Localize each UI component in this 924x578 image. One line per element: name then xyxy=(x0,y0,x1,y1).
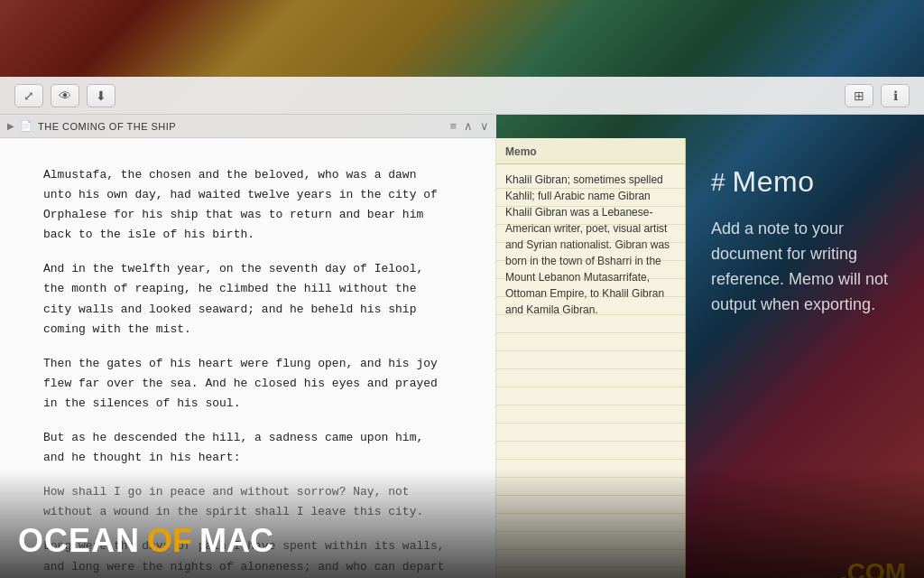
chevron-up-icon[interactable]: ∧ xyxy=(464,119,473,133)
info-button[interactable]: ℹ xyxy=(881,84,910,107)
chevron-right-icon: ▶ xyxy=(7,121,14,131)
memo-big-title: Memo xyxy=(733,165,815,199)
grid-view-button[interactable]: ⊞ xyxy=(845,84,873,107)
paragraph-1: Almustafa, the chosen and the beloved, w… xyxy=(43,165,452,245)
memo-title-section: # Memo xyxy=(711,165,899,199)
toolbar-left: ⤢ 👁 ⬇ xyxy=(14,84,116,107)
memo-content[interactable]: Khalil Gibran; sometimes spelled Kahlil;… xyxy=(496,164,685,578)
fullscreen-icon: ⤢ xyxy=(23,89,34,103)
preview-icon: 👁 xyxy=(59,89,71,103)
toolbar-right: ⊞ ℹ xyxy=(845,84,910,107)
watermark-mac: MAC xyxy=(199,522,273,560)
preview-button[interactable]: 👁 xyxy=(51,84,79,107)
fullscreen-button[interactable]: ⤢ xyxy=(14,84,43,107)
right-panel: # Memo Add a note to your document for w… xyxy=(686,138,924,578)
grid-icon: ⊞ xyxy=(854,89,864,103)
watermark-of: OF xyxy=(147,522,192,560)
paragraph-5: How shall I go in peace and without sorr… xyxy=(43,482,452,522)
doc-list-bar: ▶ 📄 THE COMING OF THE SHIP ≡ ∧ ∨ xyxy=(0,115,496,138)
memo-description: Add a note to your document for writing … xyxy=(711,217,899,318)
memo-header: Memo xyxy=(496,138,685,164)
content-area: Almustafa, the chosen and the beloved, w… xyxy=(0,138,924,578)
editor-panel[interactable]: Almustafa, the chosen and the beloved, w… xyxy=(0,138,496,578)
document-title: THE COMING OF THE SHIP xyxy=(38,121,449,132)
watermark-com: .COM xyxy=(840,558,906,578)
download-button[interactable]: ⬇ xyxy=(87,84,116,107)
watermark-text: OCEAN OF MAC xyxy=(18,522,273,560)
editor-text: Almustafa, the chosen and the beloved, w… xyxy=(43,165,452,577)
download-icon: ⬇ xyxy=(96,89,106,103)
paragraph-2: And in the twelfth year, on the seventh … xyxy=(43,259,452,339)
chevron-down-icon[interactable]: ∨ xyxy=(480,119,489,133)
doc-list-actions: ≡ ∧ ∨ xyxy=(449,119,489,133)
list-menu-icon[interactable]: ≡ xyxy=(449,119,457,133)
paragraph-4: But as he descended the hill, a sadness … xyxy=(43,428,452,468)
toolbar: ⤢ 👁 ⬇ ⊞ ℹ xyxy=(0,77,924,115)
info-icon: ℹ xyxy=(893,89,898,103)
hash-symbol: # xyxy=(711,168,725,197)
watermark-ocean: OCEAN xyxy=(18,522,140,560)
paragraph-3: Then the gates of his heart were flung o… xyxy=(43,354,452,414)
document-icon: 📄 xyxy=(20,120,32,132)
memo-panel: Memo Khalil Gibran; sometimes spelled Ka… xyxy=(496,138,686,578)
